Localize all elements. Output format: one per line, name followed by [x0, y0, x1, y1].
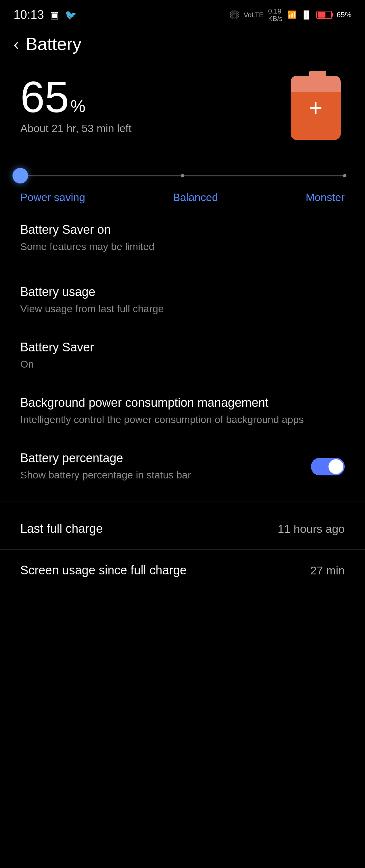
slider-dot-right [343, 174, 346, 177]
background-power-item[interactable]: Background power consumption management … [0, 383, 365, 439]
battery-icon-large: + [291, 71, 345, 139]
status-left: 10:13 ▣ 🐦 [14, 8, 77, 22]
battery-percentage-item[interactable]: Battery percentage Show battery percenta… [0, 439, 365, 494]
battery-percent-section: 65 % About 21 hr, 53 min left [20, 75, 131, 135]
battery-percentage-row: Battery percentage Show battery percenta… [20, 451, 345, 482]
battery-percentage-text: Battery percentage Show battery percenta… [20, 451, 191, 482]
battery-display: 65 % About 21 hr, 53 min left + [0, 64, 365, 152]
toggle-thumb [328, 459, 343, 474]
battery-plus-icon: + [309, 94, 323, 121]
battery-percent-status: 65% [337, 10, 351, 19]
slider-dot-mid [181, 174, 184, 177]
battery-saver-subtitle: On [20, 357, 345, 371]
battery-usage-title: Battery usage [20, 285, 345, 299]
last-full-charge-label: Last full charge [20, 522, 103, 536]
battery-body: + [291, 76, 341, 140]
data-speed: 0.19KB/s [268, 7, 283, 22]
battery-fill-small [318, 12, 325, 18]
battery-percentage-subtitle: Show battery percentage in status bar [20, 468, 191, 482]
wifi-icon: 📶 [287, 10, 296, 19]
battery-percent-number: 65 [20, 75, 69, 119]
battery-usage-subtitle: View usage from last full charge [20, 302, 345, 316]
status-bar: 10:13 ▣ 🐦 📳 VoLTE 0.19KB/s 📶 ▐▌ 65% [0, 0, 365, 27]
menu-section: Battery usage View usage from last full … [0, 266, 365, 501]
screen-usage-label: Screen usage since full charge [20, 563, 187, 577]
slider-container[interactable] [20, 166, 345, 186]
battery-saver-status[interactable]: Battery Saver on Some features may be li… [0, 210, 365, 266]
slider-label-monster[interactable]: Monster [306, 191, 345, 204]
battery-saver-title: Battery Saver [20, 340, 345, 354]
status-right: 📳 VoLTE 0.19KB/s 📶 ▐▌ 65% [230, 7, 351, 22]
back-button[interactable]: ‹ [14, 35, 19, 53]
signal-icon: ▐▌ [301, 10, 312, 19]
battery-percentage-toggle[interactable] [311, 458, 345, 475]
twitter-icon: 🐦 [65, 9, 77, 21]
last-full-charge-value: 11 hours ago [278, 522, 345, 536]
header: ‹ Battery [0, 27, 365, 64]
battery-icon-small [316, 11, 332, 19]
status-time: 10:13 [14, 8, 44, 22]
screen-usage-item: Screen usage since full charge 27 min [0, 550, 365, 591]
background-power-title: Background power consumption management [20, 396, 345, 410]
lte-label: VoLTE [244, 11, 264, 19]
slider-label-power-saving[interactable]: Power saving [20, 191, 85, 204]
battery-saver-status-subtitle: Some features may be limited [20, 240, 345, 254]
last-charge-section: Last full charge 11 hours ago Screen usa… [0, 501, 365, 598]
notification-icon: ▣ [50, 9, 59, 21]
battery-saver-item[interactable]: Battery Saver On [0, 328, 365, 383]
vibrate-icon: 📳 [230, 10, 239, 19]
battery-percentage-title: Battery percentage [20, 451, 191, 465]
slider-label-balanced[interactable]: Balanced [173, 191, 218, 204]
battery-usage-item[interactable]: Battery usage View usage from last full … [0, 273, 365, 328]
slider-section[interactable]: Power saving Balanced Monster [0, 152, 365, 210]
battery-percent-row: 65 % [20, 75, 131, 119]
last-full-charge-item: Last full charge 11 hours ago [0, 508, 365, 549]
background-power-subtitle: Intelligently control the power consumpt… [20, 413, 345, 427]
battery-saver-status-title: Battery Saver on [20, 223, 345, 237]
slider-thumb[interactable] [13, 168, 28, 183]
battery-percent-symbol: % [71, 97, 86, 116]
battery-time-left: About 21 hr, 53 min left [20, 122, 131, 135]
page-title: Battery [26, 34, 81, 54]
slider-track[interactable] [20, 175, 345, 176]
screen-usage-value: 27 min [310, 564, 345, 577]
slider-labels: Power saving Balanced Monster [20, 191, 345, 204]
